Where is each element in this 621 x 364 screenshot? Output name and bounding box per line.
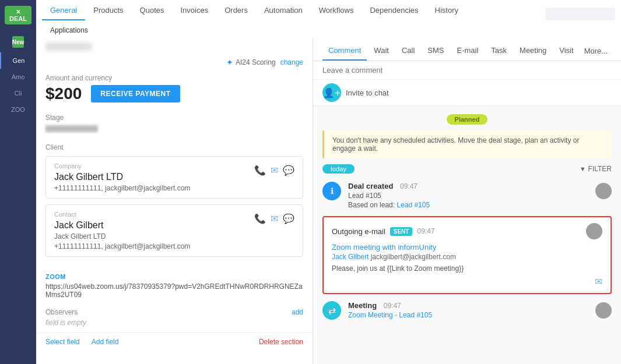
comment-tab-call[interactable]: Call [396, 43, 420, 61]
company-card-header: Company Jack Gilbert LTD +11111111111, j… [54, 162, 294, 192]
comment-tab-more[interactable]: More... [581, 43, 611, 60]
tab-invoices[interactable]: Invoices [172, 0, 216, 20]
comment-tab-visit[interactable]: Visit [553, 43, 579, 61]
message-icon[interactable]: 💬 [283, 165, 294, 176]
right-panel: Comment Wait Call SMS E-mail Task Meetin… [313, 38, 621, 364]
stage-label: Stage [45, 114, 303, 122]
client-section: Client Company Jack Gilbert LTD +1111111… [36, 140, 313, 268]
company-card-icons: 📞 ✉ 💬 [254, 165, 294, 176]
filter-button[interactable]: ▼ FILTER [580, 165, 612, 173]
deal-created-icon: ℹ [322, 182, 341, 200]
select-field-link[interactable]: Select field [45, 338, 80, 346]
amount-currency-label: Amount and currency [45, 74, 303, 82]
outgoing-email-label: Outgoing e-mail [332, 227, 385, 236]
email-reply-icon[interactable]: ✉ [595, 276, 602, 287]
sidebar-item-client[interactable]: Cli [0, 85, 36, 101]
comment-tab-comment[interactable]: Comment [322, 43, 367, 61]
sidebar-item-new[interactable]: New [0, 31, 36, 52]
comment-tab-wait[interactable]: Wait [368, 43, 395, 61]
zoom-link[interactable]: https://us04web.zoom.us/j/78370935379?pw… [45, 282, 303, 299]
email-icon[interactable]: ✉ [271, 165, 278, 176]
applications-sub-tab[interactable]: Applications [42, 23, 96, 38]
comment-tabs: Comment Wait Call SMS E-mail Task Meetin… [313, 38, 621, 61]
email-icon-row: ✉ [332, 276, 602, 287]
tab-dependencies[interactable]: Dependencies [362, 0, 426, 20]
tab-products[interactable]: Products [85, 0, 131, 20]
email-from-email: jackgilbert@jackgilbert.com [371, 253, 456, 261]
contact-name: Jack Gilbert [54, 220, 190, 231]
timeline-item-deal-created: ℹ Deal created 09:47 Lead #105 Based on … [313, 177, 621, 214]
company-name: Jack Gilbert LTD [54, 172, 190, 182]
invite-text: Invite to chat [346, 89, 389, 97]
planned-badge: Planned [447, 114, 488, 125]
meeting-icon: ⇄ [322, 301, 341, 320]
zoom-label: ZOOM [45, 273, 303, 280]
meeting-title: Zoom Meeting - Lead #105 [348, 311, 588, 319]
deal-created-avatar [595, 183, 612, 199]
observers-empty: field is empty [45, 319, 303, 327]
tab-history[interactable]: History [427, 0, 466, 20]
no-activities-box: You don't have any scheduled activities.… [322, 130, 612, 158]
add-field-link[interactable]: Add field [92, 338, 119, 346]
ai-icon: ✦ [226, 58, 233, 67]
tab-orders[interactable]: Orders [216, 0, 256, 20]
sidebar-item-general[interactable]: Gen [0, 52, 36, 69]
email-body: Please, join us at {{Link to Zoom meetin… [332, 264, 602, 273]
comment-tab-email[interactable]: E-mail [451, 43, 484, 61]
meeting-link[interactable]: Zoom Meeting - Lead #105 [348, 311, 432, 319]
contact-phone-icon[interactable]: 📞 [254, 213, 266, 224]
contact-email-icon[interactable]: ✉ [271, 213, 278, 224]
meeting-content: Meeting 09:47 Zoom Meeting - Lead #105 [348, 301, 588, 319]
company-info: Company Jack Gilbert LTD +11111111111, j… [54, 162, 190, 192]
ai-scoring: ✦ AI24 Scoring [226, 58, 276, 67]
tab-workflows[interactable]: Workflows [311, 0, 362, 20]
observers-add-link[interactable]: add [292, 308, 303, 316]
tab-automation[interactable]: Automation [256, 0, 311, 20]
comment-input-row [313, 61, 621, 80]
sidebar-item-zoom[interactable]: ZOO [0, 101, 36, 118]
contact-details: +11111111111, jackgilbert@jackgilbert.co… [54, 242, 190, 250]
meeting-avatar [595, 302, 612, 319]
filter-label: FILTER [588, 165, 612, 173]
amount-value: $200 [45, 84, 82, 103]
comment-tab-task[interactable]: Task [485, 43, 513, 61]
sidebar: ✕ DEAL New Gen Amo Cli ZOO [0, 0, 36, 364]
deal-created-header: Deal created 09:47 [348, 182, 588, 190]
comment-input[interactable] [322, 66, 612, 75]
sub-tab-row: Applications [36, 20, 621, 38]
comment-tab-sms[interactable]: SMS [422, 43, 450, 61]
email-from-name: Jack Gilbert [332, 253, 369, 261]
top-tabs-wrapper: General Products Quotes Invoices Orders … [36, 0, 621, 38]
change-link[interactable]: change [280, 58, 303, 66]
stage-bar [45, 125, 98, 132]
receive-payment-button[interactable]: RECEIVE PAYMENT [91, 85, 180, 103]
email-subject[interactable]: Zoom meeting with informUnity [332, 243, 602, 252]
timeline: Planned You don't have any scheduled act… [313, 106, 621, 364]
contact-sublabel: Contact [54, 211, 190, 218]
comment-tab-meeting[interactable]: Meeting [514, 43, 552, 61]
delete-section-link[interactable]: Delete section [259, 338, 303, 346]
search-input[interactable] [545, 8, 615, 20]
invite-icon: 👤+ [322, 83, 341, 102]
planned-badge-row: Planned [313, 111, 621, 128]
invite-to-chat-row[interactable]: 👤+ Invite to chat [313, 80, 621, 106]
observers-label: Observers [45, 308, 78, 316]
tab-quotes[interactable]: Quotes [132, 0, 173, 20]
amount-row: $200 RECEIVE PAYMENT [45, 84, 303, 103]
stage-section: Stage [36, 110, 313, 140]
outgoing-email-avatar [586, 223, 602, 239]
left-panel: ✦ AI24 Scoring change Amount and currenc… [36, 38, 313, 364]
outgoing-email-time: 09:47 [417, 227, 434, 235]
tab-general[interactable]: General [42, 0, 85, 20]
outgoing-email-header: Outgoing e-mail SENT 09:47 [332, 223, 602, 239]
deal-badge: ✕ DEAL [5, 6, 31, 24]
company-details: +11111111111, jackgilbert@jackgilbert.co… [54, 184, 190, 192]
timeline-item-meeting: ⇄ Meeting 09:47 Zoom Meeting - Lead #105 [313, 296, 621, 324]
lead-link[interactable]: Lead #105 [397, 201, 430, 209]
no-activities-text: You don't have any scheduled activities.… [332, 136, 579, 153]
x-icon: ✕ [16, 9, 20, 15]
contact-company: Jack Gilbert LTD [54, 232, 190, 241]
phone-icon[interactable]: 📞 [254, 165, 266, 176]
sidebar-item-amount[interactable]: Amo [0, 69, 36, 85]
contact-message-icon[interactable]: 💬 [283, 213, 294, 224]
